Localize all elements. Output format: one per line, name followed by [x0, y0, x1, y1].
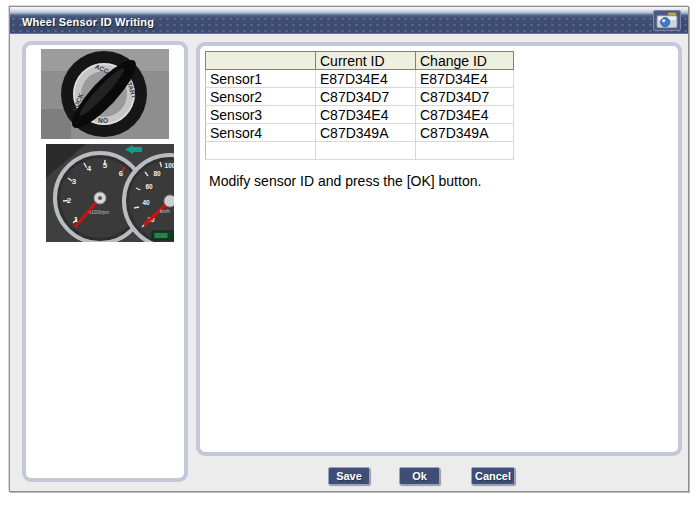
instrument-cluster-photo: 1 2 3 4 5 6 x1000rpm — [46, 144, 174, 242]
change-id-cell[interactable]: C87D34E4 — [416, 106, 514, 124]
header-sensor — [206, 52, 316, 70]
tach-number-6: 6 — [119, 169, 124, 178]
empty-cell — [206, 142, 316, 160]
change-id-cell[interactable]: C87D349A — [416, 124, 514, 142]
dialog-content: LOCK ACC START ON — [10, 35, 688, 491]
speedo-unit-label: km/h — [160, 209, 170, 214]
empty-cell — [416, 142, 514, 160]
tach-number-5: 5 — [103, 161, 108, 170]
guide-message: Modify sensor ID and press the [OK] butt… — [209, 173, 481, 189]
sensor-name-cell: Sensor4 — [206, 124, 316, 142]
table-row: Sensor1 E87D34E4 E87D34E4 — [206, 70, 514, 88]
screenshot-camera-button[interactable] — [653, 10, 681, 31]
current-id-cell: C87D34D7 — [316, 88, 416, 106]
sensor-name-cell: Sensor2 — [206, 88, 316, 106]
tach-number-4: 4 — [87, 164, 92, 173]
change-id-cell[interactable]: C87D34D7 — [416, 88, 514, 106]
empty-cell — [316, 142, 416, 160]
table-row: Sensor2 C87D34D7 C87D34D7 — [206, 88, 514, 106]
header-change-id: Change ID — [416, 52, 514, 70]
sensor-name-cell: Sensor1 — [206, 70, 316, 88]
table-header-row: Current ID Change ID — [206, 52, 514, 70]
current-id-cell: E87D34E4 — [316, 70, 416, 88]
speedo-number-40: 40 — [142, 199, 150, 206]
speedo-number-80: 80 — [153, 170, 161, 177]
current-id-cell: C87D34E4 — [316, 106, 416, 124]
save-button[interactable]: Save — [328, 467, 370, 485]
ignition-label-on: ON — [98, 117, 108, 124]
window-title: Wheel Sensor ID Writing — [22, 16, 154, 28]
ignition-key-photo: LOCK ACC START ON — [41, 49, 169, 139]
left-photo-panel: LOCK ACC START ON — [22, 41, 188, 482]
main-panel: Current ID Change ID Sensor1 E87D34E4 E8… — [196, 42, 682, 456]
ok-button[interactable]: Ok — [399, 467, 440, 485]
speedo-number-60: 60 — [145, 183, 153, 190]
table-row: Sensor4 C87D349A C87D349A — [206, 124, 514, 142]
tach-unit-label: x1000rpm — [89, 210, 109, 215]
header-current-id: Current ID — [316, 52, 416, 70]
cancel-button[interactable]: Cancel — [471, 467, 515, 485]
odometer-lcd — [152, 231, 174, 240]
camera-icon — [656, 12, 678, 29]
dialog-window: Wheel Sensor ID Writing — [9, 6, 689, 492]
sensor-id-table: Current ID Change ID Sensor1 E87D34E4 E8… — [205, 51, 514, 160]
table-row-empty — [206, 142, 514, 160]
change-id-cell[interactable]: E87D34E4 — [416, 70, 514, 88]
table-row: Sensor3 C87D34E4 C87D34E4 — [206, 106, 514, 124]
tach-number-3: 3 — [72, 177, 77, 186]
tach-number-2: 2 — [67, 196, 72, 205]
current-id-cell: C87D349A — [316, 124, 416, 142]
title-bar: Wheel Sensor ID Writing — [10, 7, 688, 34]
sensor-name-cell: Sensor3 — [206, 106, 316, 124]
speedo-number-100: 100 — [165, 162, 174, 169]
